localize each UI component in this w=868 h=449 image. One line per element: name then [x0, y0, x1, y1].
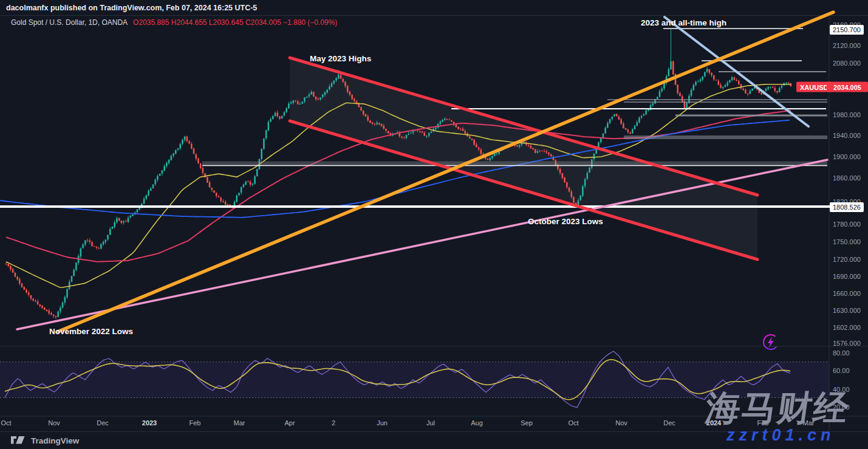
publish-header: dacolmanfx published on TradingView.com,… — [6, 4, 257, 12]
lightning-boost-icon — [762, 333, 780, 351]
boost-reaction-button[interactable] — [762, 333, 780, 351]
tradingview-published-chart: dacolmanfx published on TradingView.com,… — [0, 0, 868, 449]
major-trendline-orange — [58, 12, 833, 332]
tradingview-logo[interactable] — [11, 436, 26, 445]
symbol-title: Gold Spot / U.S. Dollar, 1D, OANDA — [11, 18, 128, 27]
symbol-legend: Gold Spot / U.S. Dollar, 1D, OANDA O2035… — [11, 18, 337, 27]
chart-canvas[interactable] — [0, 0, 868, 449]
ohlc-values: O2035.885 H2044.655 L2030.645 C2034.005 … — [133, 18, 337, 27]
watermark-cn-text: 海马财经 — [703, 385, 853, 432]
tradingview-brand-text[interactable]: TradingView — [31, 436, 79, 445]
watermark-url-text: zzrt01.cn — [726, 426, 835, 445]
